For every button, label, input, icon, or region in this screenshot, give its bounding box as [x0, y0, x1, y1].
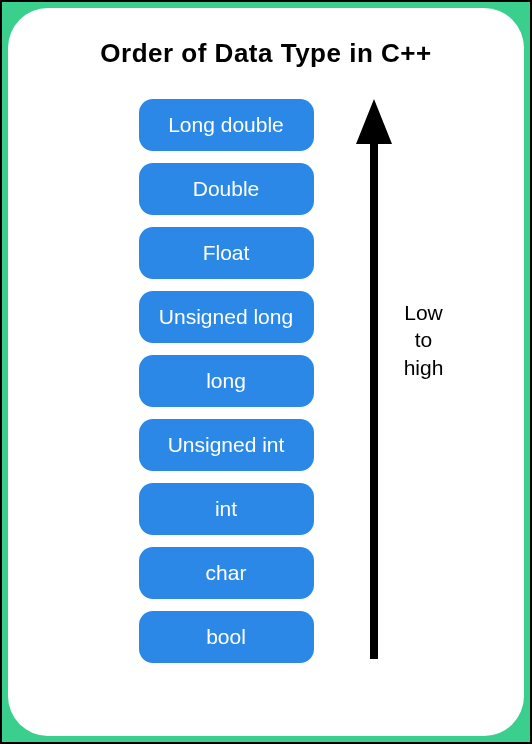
- type-stack: Long double Double Float Unsigned long l…: [139, 99, 314, 663]
- type-box: Unsigned long: [139, 291, 314, 343]
- type-box: int: [139, 483, 314, 535]
- arrow-label-line: high: [404, 356, 444, 379]
- type-box: char: [139, 547, 314, 599]
- type-box: Float: [139, 227, 314, 279]
- type-box: bool: [139, 611, 314, 663]
- svg-rect-1: [370, 139, 378, 659]
- arrow-label-line: to: [415, 328, 433, 351]
- card: Order of Data Type in C++ Long double Do…: [8, 8, 524, 736]
- svg-marker-0: [356, 99, 392, 144]
- arrow-label-line: Low: [404, 301, 443, 324]
- type-box: Long double: [139, 99, 314, 151]
- type-box: Double: [139, 163, 314, 215]
- page-title: Order of Data Type in C++: [28, 38, 504, 69]
- type-box: long: [139, 355, 314, 407]
- arrow-label: Low to high: [394, 299, 454, 381]
- content-row: Long double Double Float Unsigned long l…: [28, 99, 504, 663]
- arrow-up-icon: [354, 99, 394, 659]
- arrow-column: Low to high: [354, 99, 394, 659]
- type-box: Unsigned int: [139, 419, 314, 471]
